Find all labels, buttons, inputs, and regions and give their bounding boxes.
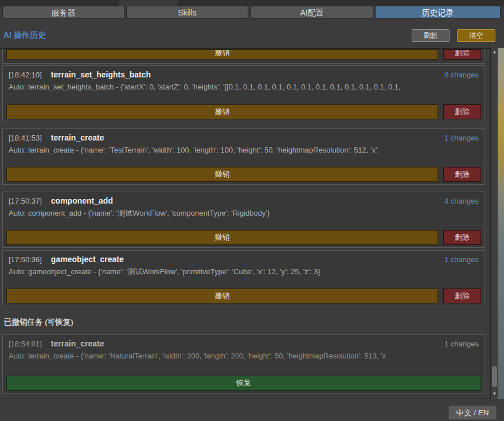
- tab-skills[interactable]: Skills: [126, 6, 248, 19]
- entry-description: Auto: gameobject_create - {'name': '测试Wo…: [9, 267, 479, 284]
- clear-button[interactable]: 清空: [457, 29, 495, 42]
- delete-button[interactable]: 删除: [443, 289, 481, 303]
- language-toggle-button[interactable]: 中文 / EN: [448, 406, 497, 420]
- delete-button[interactable]: 删除: [443, 49, 481, 60]
- undo-button[interactable]: 撤销: [6, 289, 438, 303]
- page-title: AI 操作历史: [3, 30, 46, 41]
- entry-name: component_add: [51, 196, 113, 205]
- bottom-bar: 中文 / EN: [0, 399, 504, 421]
- undo-button[interactable]: 撤销: [6, 49, 438, 60]
- entry-description: Auto: terrain_create - {'name': 'TestTer…: [9, 146, 479, 163]
- entry-changes-link[interactable]: 0 changes: [444, 71, 479, 79]
- tab-history[interactable]: 历史记录: [375, 6, 501, 19]
- entry-changes-label: 1 changes: [444, 340, 479, 348]
- refresh-button[interactable]: 刷新: [412, 29, 450, 42]
- delete-label: 删除: [444, 49, 480, 57]
- delete-button[interactable]: 删除: [443, 104, 481, 119]
- entry-changes-link[interactable]: 1 changes: [444, 134, 479, 142]
- entry-description: Auto: component_add - {'name': '测试WorkFl…: [9, 209, 479, 226]
- undo-button[interactable]: 撤销: [6, 230, 438, 245]
- entry-name: terrain_create: [51, 339, 104, 348]
- history-entry: [17:50:36] gameobject_create 1 changes A…: [2, 250, 485, 306]
- window-tab-handle[interactable]: [119, 0, 178, 6]
- entry-timestamp: [17:50:36]: [9, 255, 42, 264]
- entry-name: gameobject_create: [51, 255, 124, 264]
- entry-description: Auto: terrain_set_heights_batch - {'star…: [9, 83, 479, 100]
- window-top-strip: [0, 0, 504, 6]
- undo-button[interactable]: 撤销: [6, 104, 438, 119]
- entry-name: terrain_set_heights_batch: [51, 70, 151, 79]
- entry-timestamp: [18:42:10]: [9, 71, 42, 79]
- history-entry-clipped: 撤销 删除: [2, 49, 485, 64]
- entry-changes-link[interactable]: 4 changes: [444, 197, 479, 205]
- undone-history-entry: [18:54:01] terrain_create 1 changes Auto…: [2, 334, 485, 393]
- delete-button[interactable]: 删除: [443, 167, 481, 182]
- undo-label: 撤销: [7, 49, 437, 57]
- entry-timestamp: [18:54:01]: [9, 340, 42, 348]
- entry-name: terrain_create: [51, 133, 104, 142]
- tab-ai-config[interactable]: AI配置: [251, 6, 373, 19]
- history-entry: [18:41:53] terrain_create 1 changes Auto…: [2, 128, 485, 185]
- entry-timestamp: [18:41:53]: [9, 134, 42, 142]
- entry-description: Auto: terrain_create - {'name': 'Natural…: [9, 352, 479, 369]
- history-scroll-area: 撤销 删除 [18:42:10] terrain_set_heights_bat…: [0, 48, 490, 399]
- entry-timestamp: [17:50:37]: [9, 197, 42, 205]
- background-scene-sliver: [498, 48, 504, 399]
- tab-server[interactable]: 服务器: [2, 6, 124, 19]
- entry-changes-link[interactable]: 1 changes: [444, 255, 479, 264]
- vertical-scrollbar[interactable]: ▲ ▼: [490, 48, 498, 399]
- restore-button[interactable]: 恢复: [6, 376, 481, 391]
- history-panel: 服务器 Skills AI配置 历史记录 AI 操作历史 刷新 清空 撤销 删除…: [0, 0, 504, 421]
- undo-button[interactable]: 撤销: [6, 167, 438, 182]
- scrollbar-thumb[interactable]: [492, 366, 497, 387]
- history-entry: [18:42:10] terrain_set_heights_batch 0 c…: [2, 65, 485, 122]
- delete-button[interactable]: 删除: [443, 230, 481, 245]
- undone-section-title: 已撤销任务 (可恢复): [4, 317, 73, 328]
- history-entry: [17:50:37] component_add 4 changes Auto:…: [2, 192, 485, 248]
